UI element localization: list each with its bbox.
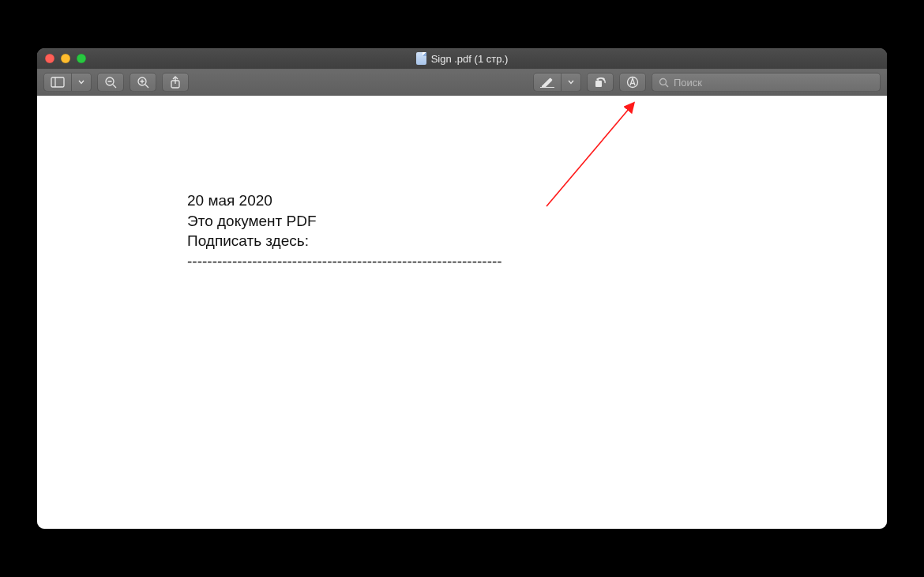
document-icon (416, 52, 426, 65)
chevron-down-icon (78, 80, 85, 85)
svg-rect-12 (595, 81, 602, 87)
share-button[interactable] (162, 73, 189, 92)
svg-line-6 (145, 85, 148, 88)
document-viewport[interactable]: 20 мая 2020 Это документ PDF Подписать з… (37, 96, 887, 529)
doc-line-desc: Это документ PDF (187, 211, 887, 232)
rotate-icon (594, 76, 607, 89)
zoom-in-button[interactable] (130, 73, 156, 92)
svg-line-3 (113, 85, 116, 88)
toolbar (37, 69, 887, 96)
titlebar: Sign .pdf (1 стр.) (37, 48, 887, 69)
svg-rect-11 (540, 87, 554, 88)
search-icon (659, 77, 669, 88)
window-title: Sign .pdf (1 стр.) (37, 52, 887, 65)
markup-icon (626, 76, 639, 89)
close-window-button[interactable] (45, 54, 54, 63)
preview-window: Sign .pdf (1 стр.) (37, 48, 887, 529)
window-controls (45, 54, 86, 63)
svg-point-15 (660, 78, 667, 85)
window-title-text: Sign .pdf (1 стр.) (431, 53, 509, 65)
signature-line: ----------------------------------------… (187, 251, 887, 272)
search-field[interactable] (652, 73, 881, 92)
minimize-window-button[interactable] (61, 54, 70, 63)
doc-line-sign: Подписать здесь: (187, 231, 887, 251)
share-icon (170, 76, 181, 89)
chevron-down-icon (568, 80, 574, 85)
doc-line-date: 20 мая 2020 (187, 190, 887, 211)
pdf-page: 20 мая 2020 Это документ PDF Подписать з… (37, 96, 887, 272)
fullscreen-window-button[interactable] (77, 54, 86, 63)
rotate-button[interactable] (587, 73, 614, 92)
highlight-pen-icon (540, 77, 554, 88)
sidebar-button[interactable] (43, 73, 92, 92)
search-input[interactable] (674, 77, 873, 89)
zoom-out-icon (104, 76, 117, 89)
zoom-out-button[interactable] (97, 73, 124, 92)
svg-line-16 (666, 84, 669, 87)
markup-button[interactable] (619, 73, 646, 92)
sidebar-icon (51, 77, 65, 88)
svg-rect-0 (51, 77, 64, 87)
highlight-button[interactable] (533, 73, 581, 92)
zoom-in-icon (137, 76, 149, 89)
